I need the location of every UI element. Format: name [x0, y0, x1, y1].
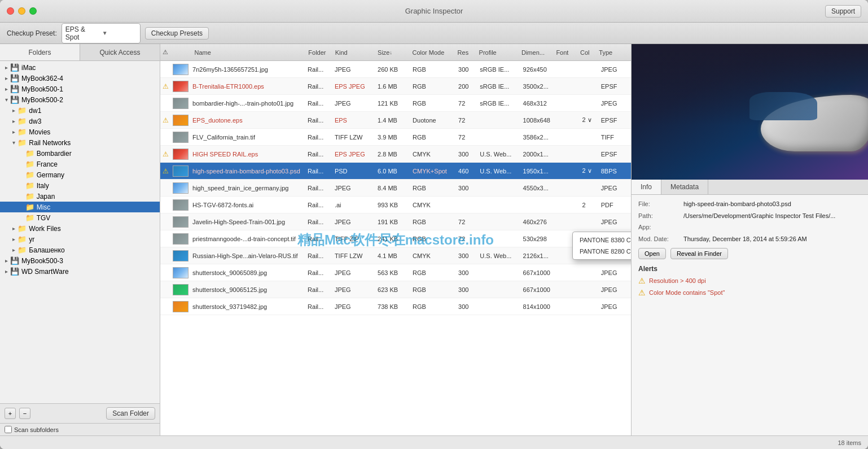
- folder-cell: Rail...: [305, 83, 332, 90]
- checkup-presets-button[interactable]: Checkup Presets: [145, 27, 209, 40]
- tree-item-imac[interactable]: ▸ 💾 iMac: [0, 62, 160, 73]
- tree-item-movies[interactable]: ▸ 📁 Movies: [0, 127, 160, 137]
- warn-cell: ⚠: [160, 116, 171, 124]
- col-cell: 2: [580, 202, 599, 208]
- close-button[interactable]: [7, 7, 14, 15]
- col-header-colormode[interactable]: Color Mode: [410, 49, 455, 56]
- tab-quick-access[interactable]: Quick Access: [80, 44, 160, 60]
- tree-item-mybook362-4[interactable]: ▸ 💾 MyBook362-4: [0, 73, 160, 84]
- tree-item-dw3[interactable]: ▸ 📁 dw3: [0, 116, 160, 127]
- res-cell: 300: [456, 303, 477, 310]
- window-title: Graphic Inspector: [405, 7, 463, 15]
- open-button[interactable]: Open: [638, 248, 666, 259]
- tree-item-mybook500-3[interactable]: ▸ 💾 MyBook500-3: [0, 255, 160, 266]
- color-dropdown: PANTONE 8380 C PANTONE 8280 C: [572, 232, 631, 260]
- file-thumbnail: [173, 81, 188, 92]
- tree-item-bombardier[interactable]: 📁 Bombardier: [0, 148, 160, 159]
- colormode-cell: RGB: [410, 83, 456, 90]
- col-header-type[interactable]: Type: [597, 49, 629, 56]
- maximize-button[interactable]: [29, 7, 37, 15]
- folder-icon: 📁: [17, 117, 27, 125]
- file-row[interactable]: ⚠ B-Trenitalia-ETR1000.eps Rail... EPS J…: [160, 78, 631, 95]
- tree-item-mybook500-1[interactable]: ▸ 💾 MyBook500-1: [0, 84, 160, 94]
- tree-item-germany[interactable]: 📁 Germany: [0, 169, 160, 180]
- tree-item-label: dw1: [29, 107, 41, 115]
- tree-item-italy[interactable]: 📁 Italy: [0, 180, 160, 191]
- dimen-cell: 4550x3...: [521, 185, 556, 191]
- dropdown-item-2[interactable]: PANTONE 8280 C: [573, 246, 631, 257]
- col-header-dimen[interactable]: Dimen...: [519, 49, 554, 56]
- minimize-button[interactable]: [18, 7, 25, 15]
- reveal-in-finder-button[interactable]: Reveal in Finder: [670, 248, 728, 259]
- kind-cell: JPEG: [332, 269, 375, 276]
- size-cell: 3.9 MB: [375, 134, 410, 141]
- col-header-size[interactable]: Size: [375, 49, 410, 56]
- tree-item-label: Балашенко: [29, 246, 64, 254]
- profile-cell: U.S. Web...: [477, 252, 520, 259]
- file-row[interactable]: FLV_California_train.tif Rail... TIFF LZ…: [160, 129, 631, 146]
- file-row[interactable]: ⚠ EPS_duotone.eps Rail... EPS 1.4 MB Duo…: [160, 112, 631, 129]
- info-path-row: Path: /Users/me/Development/Graphic Insp…: [638, 211, 861, 221]
- file-row[interactable]: Russian-High-Spe...ain-Velaro-RUS.tif Ra…: [160, 247, 631, 264]
- scan-subfolders-checkbox[interactable]: [5, 426, 12, 433]
- file-row[interactable]: Javelin-High-Speed-Train-001.jpg Rail...…: [160, 213, 631, 230]
- file-row[interactable]: priestmanngoode-...d-train-concept.tif R…: [160, 230, 631, 247]
- file-row[interactable]: high_speed_train_ice_germany.jpg Rail...…: [160, 180, 631, 197]
- file-row[interactable]: ⚠ HIGH SPEED RAIL.eps Rail... EPS JPEG 2…: [160, 146, 631, 163]
- dropdown-item-1[interactable]: PANTONE 8380 C: [573, 234, 631, 246]
- tree-item-yr[interactable]: ▸ 📁 yr: [0, 234, 160, 245]
- tree-item-work-files[interactable]: ▸ 📁 Work Files: [0, 223, 160, 234]
- support-button[interactable]: Support: [825, 5, 861, 18]
- profile-cell: sRGB IE...: [477, 66, 520, 73]
- tab-metadata[interactable]: Metadata: [661, 180, 708, 194]
- file-row[interactable]: HS-TGV-6872-fonts.ai Rail... .ai 993 KB …: [160, 197, 631, 213]
- tree-item-балашенко[interactable]: ▸ 📁 Балашенко: [0, 245, 160, 255]
- kind-cell: TIFF LZW: [332, 134, 375, 141]
- col-header-res[interactable]: Res: [455, 49, 477, 56]
- info-app-row: App:: [638, 223, 861, 232]
- file-row[interactable]: bombardier-high-...-train-photo01.jpg Ra…: [160, 95, 631, 112]
- colormode-cell: CMYK: [410, 151, 456, 158]
- col-value[interactable]: 2 ∨: [580, 116, 594, 123]
- preset-dropdown[interactable]: EPS & Spot ▼: [62, 23, 141, 43]
- tab-info[interactable]: Info: [632, 180, 661, 194]
- tree-item-label: MyBook362-4: [21, 75, 63, 82]
- file-row[interactable]: 7n26my5h-1365657251.jpg Rail... JPEG 260…: [160, 61, 631, 78]
- tree-item-japan[interactable]: 📁 Japan: [0, 191, 160, 202]
- alert-warning-icon-1: ⚠: [638, 276, 646, 285]
- folder-cell: Rail...: [305, 185, 332, 191]
- col-header-kind[interactable]: Kind: [333, 49, 375, 56]
- tree-item-misc[interactable]: 📁 Misc: [0, 202, 160, 212]
- file-row[interactable]: shutterstock_90065089.jpg Rail... JPEG 5…: [160, 264, 631, 281]
- col-header-folder[interactable]: Folder: [306, 49, 332, 56]
- col-header-col[interactable]: Col: [578, 49, 597, 56]
- scan-folder-button[interactable]: Scan Folder: [106, 407, 155, 420]
- res-cell: 300: [456, 151, 477, 158]
- train-cockpit: [749, 92, 817, 120]
- col-header-name[interactable]: Name: [192, 49, 306, 56]
- tree-item-label: yr: [29, 236, 34, 243]
- folder-tree: ▸ 💾 iMac ▸ 💾 MyBook362-4 ▸ 💾 MyBook500-1…: [0, 61, 160, 403]
- dimen-cell: 3586x2...: [521, 134, 556, 141]
- file-row[interactable]: shutterstock_90065125.jpg Rail... JPEG 6…: [160, 281, 631, 298]
- colormode-cell: RGB: [410, 269, 456, 276]
- tree-item-tgv[interactable]: 📁 TGV: [0, 212, 160, 223]
- tree-item-rail-networks[interactable]: ▾ 📁 Rail Networks: [0, 137, 160, 148]
- tree-arrow-icon: ▸: [2, 86, 10, 92]
- add-folder-icon[interactable]: +: [5, 408, 16, 419]
- name-cell: priestmanngoode-...d-train-concept.tif: [190, 236, 305, 242]
- col-header-font[interactable]: Font: [554, 49, 578, 56]
- tree-item-mybook500-2[interactable]: ▾ 💾 MyBook500-2: [0, 94, 160, 105]
- col-header-warn[interactable]: ⚠: [163, 49, 173, 56]
- tree-item-dw1[interactable]: ▸ 📁 dw1: [0, 105, 160, 116]
- tab-folders[interactable]: Folders: [0, 44, 80, 60]
- tree-item-france[interactable]: 📁 France: [0, 159, 160, 169]
- info-panel: Info Metadata File: high-speed-train-bom…: [631, 44, 868, 435]
- folder-icon: 📁: [17, 106, 27, 115]
- file-row[interactable]: shutterstock_93719482.jpg Rail... JPEG 7…: [160, 298, 631, 315]
- col-header-profile[interactable]: Profile: [477, 49, 519, 56]
- file-row[interactable]: ⚠ high-speed-train-bombard-photo03.psd R…: [160, 163, 631, 180]
- col-value[interactable]: 2 ∨: [580, 167, 594, 174]
- remove-folder-icon[interactable]: −: [19, 408, 30, 419]
- tree-item-wd-smartware[interactable]: ▸ 💾 WD SmartWare: [0, 266, 160, 277]
